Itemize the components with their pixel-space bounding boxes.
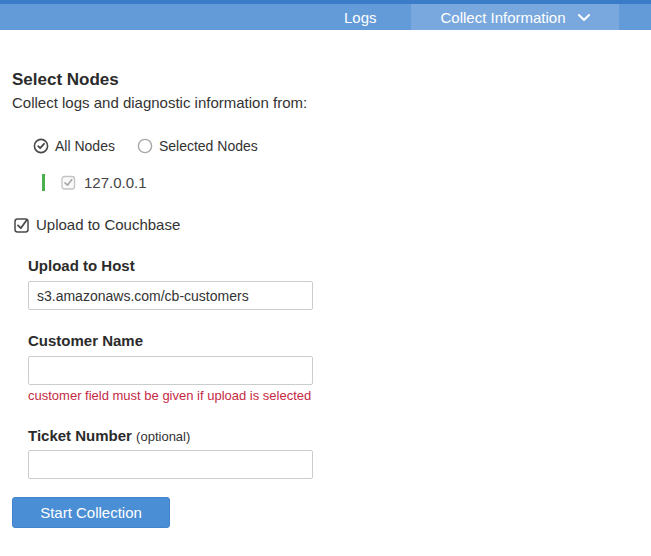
radio-all-nodes-label: All Nodes [55,138,115,154]
customer-name-label: Customer Name [28,332,143,349]
tab-logs-label: Logs [344,9,377,26]
collect-information-page: Logs Collect Information Select Nodes Co… [0,0,651,556]
page-subtitle: Collect logs and diagnostic information … [12,94,307,111]
upload-host-input[interactable] [28,281,313,310]
node-address: 127.0.0.1 [84,174,147,191]
checkbox-checked-icon [14,217,30,233]
ticket-number-label-text: Ticket Number [28,427,132,444]
chevron-down-icon [578,14,590,22]
ticket-number-input[interactable] [28,450,313,479]
start-collection-button[interactable]: Start Collection [12,497,170,528]
customer-name-error: customer field must be given if upload i… [28,388,311,403]
radio-unchecked-icon [137,138,153,154]
page-title: Select Nodes [12,70,119,90]
upload-host-label: Upload to Host [28,257,135,274]
upload-to-couchbase-label: Upload to Couchbase [36,216,180,233]
ticket-number-label: Ticket Number (optional) [28,427,190,444]
upload-to-couchbase-checkbox[interactable]: Upload to Couchbase [14,216,180,233]
node-checkbox-disabled-icon[interactable] [61,175,76,190]
node-status-bar [42,174,45,191]
tab-collect-information-label: Collect Information [440,9,565,26]
node-scope-radio-row: All Nodes Selected Nodes [33,138,258,154]
header-navbar: Logs Collect Information [0,4,651,30]
ticket-number-optional-text: (optional) [136,429,190,444]
tab-collect-information[interactable]: Collect Information [411,4,619,30]
radio-all-nodes[interactable]: All Nodes [33,138,115,154]
radio-selected-nodes[interactable]: Selected Nodes [137,138,258,154]
radio-checked-icon [33,138,49,154]
tab-logs[interactable]: Logs [344,4,377,30]
node-list-row: 127.0.0.1 [42,174,147,191]
customer-name-input[interactable] [28,356,313,385]
radio-selected-nodes-label: Selected Nodes [159,138,258,154]
